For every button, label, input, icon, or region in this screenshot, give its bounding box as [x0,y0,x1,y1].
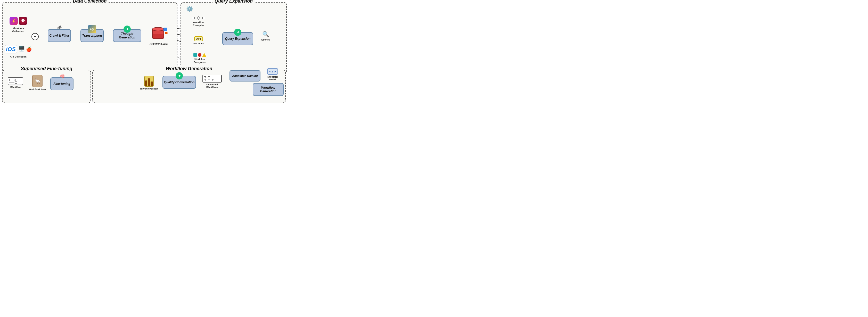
transcription-box: Py Transcription [81,29,104,42]
section-finetuning: Supervised Fine-tuning Workflow 🦙 Workfl… [2,70,91,103]
shortcuts-icon: ⚡ [9,17,18,25]
plus-circle: + [31,33,39,40]
annotator-training-box: Annotator Training [229,70,260,82]
data-collection-title: Data Collection [71,0,108,4]
apple-icon: 🍎 [26,46,32,52]
code-icon: </> [267,68,278,75]
bar1 [145,81,148,86]
api-badge: API [194,36,203,41]
db-blue-sq [163,28,167,31]
db-orange-dot [165,32,167,34]
section-query-expansion: Query Expansion ⚙️ Workflow Examples API… [181,2,287,74]
bench-icon [144,76,154,87]
annotator-model-box: </> Annotator Model [264,68,282,81]
gpt-icon-qc: ✦ [176,72,183,80]
main-diagram: Data Collection ⚡ 👁 Shortcuts Collection… [0,0,289,106]
categories-shapes [193,53,206,57]
workflow-categories-box: Workflow Categories [188,53,212,63]
section-workflow-generation: Workflow Generation WorkflowBench ✦ Qual… [92,70,286,103]
gpt-icon-visual: ✦ [124,26,131,33]
red-circle [198,53,202,57]
db-mid [152,31,164,34]
api-collection-icons: iOS 🖥️ 🍎 [5,45,32,53]
shortcuts-collection-box: ⚡ 👁 Shortcuts Collection [7,17,29,32]
finetuning-title: Supervised Fine-tuning [19,66,74,71]
bar3 [151,82,153,86]
workflow-output-icon [8,77,23,85]
gear-icon-qe: ⚙️ [186,6,193,12]
quality-confirmation-box: ✦ Quality Confirmation [162,76,196,89]
gpt-icon-qc-visual: ✦ [176,72,183,80]
neural-icon: 🧠 [59,74,64,79]
query-expansion-title: Query Expansion [213,0,255,4]
workflow-gen-title: Workflow Generation [164,66,215,71]
gpt-icon-thought: ✦ [124,26,131,33]
db-top [152,27,164,31]
gen-workflows-icon [203,75,222,83]
ios-icon: iOS [5,45,17,53]
workflow-examples-icon [192,17,205,19]
gpt-icon-qe: ✦ [234,29,241,36]
llama-icon: 🦙 [32,75,42,87]
workflow-examples-box: Workflow Examples [188,17,209,27]
thought-generation-box: ✦ Thought Generation [113,29,141,42]
query-expansion-node-box: ✦ Query Expansion [222,32,253,45]
queries-box: 🔍 Queries [258,31,273,41]
workflowbench-box: WorkflowBench [141,76,157,90]
teal-square [193,53,197,57]
workflow-output-box: Workflow [6,77,25,89]
api-collection-box: iOS 🖥️ 🍎 API Collection [7,45,29,58]
shortcuts-icon2: 👁 [19,17,27,25]
gpt-icon-qe-visual: ✦ [234,29,241,36]
generated-workflows-box: Generated Workflows [201,75,223,89]
workflowllama-box: 🦙 WorkflowLlama [28,75,46,91]
crawl-icon: 🕷️ [57,25,62,30]
queries-icon: 🔍 [262,31,269,38]
crawl-filter-box: 🕷️ Crawl & Filter [48,29,71,42]
workflow-generation-node-box: Workflow Generation [253,83,284,96]
python-icon-visual: Py [88,25,96,33]
db-icon-realworld [152,27,165,41]
mac-icon: 🖥️ [18,46,25,53]
bar2 [148,78,150,86]
real-world-data-box: Real-World Data [148,27,169,45]
finetuning-box: 🧠 Fine-tuning [50,77,73,90]
python-icon: Py [88,25,96,33]
yellow-triangle [202,53,206,57]
api-docs-box: API API Docs [188,36,209,45]
